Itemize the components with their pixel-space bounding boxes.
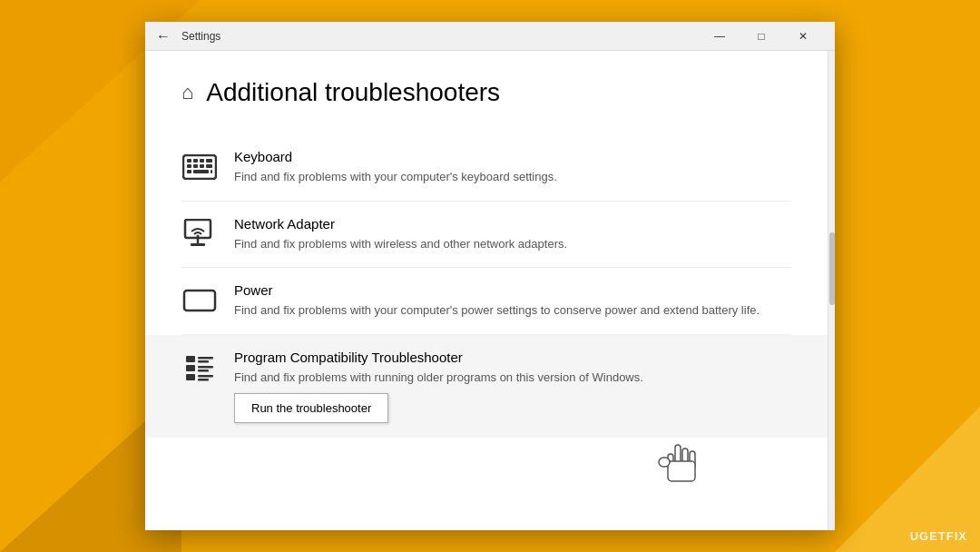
svg-rect-3 [200, 159, 204, 163]
troubleshooter-item-power[interactable]: Power Find and fix problems with your co… [181, 268, 791, 335]
svg-rect-24 [198, 375, 213, 378]
window-title: Settings [181, 30, 699, 43]
svg-rect-11 [211, 170, 212, 173]
page-header: ⌂ Additional troubleshooters [181, 78, 791, 107]
compatibility-item-desc: Find and fix problems with running older… [234, 369, 791, 387]
svg-rect-1 [187, 159, 191, 163]
page-title: Additional troubleshooters [206, 78, 500, 107]
svg-rect-21 [198, 366, 213, 369]
svg-rect-8 [206, 164, 212, 168]
compatibility-item-name: Program Compatibility Troubleshooter [234, 350, 791, 365]
network-item-text: Network Adapter Find and fix problems wi… [234, 216, 791, 253]
svg-rect-16 [184, 291, 215, 310]
minimize-button[interactable]: — [699, 22, 740, 51]
keyboard-item-text: Keyboard Find and fix problems with your… [234, 149, 791, 186]
compatibility-icon [181, 350, 218, 386]
network-item-name: Network Adapter [234, 216, 791, 232]
svg-rect-5 [187, 164, 191, 168]
svg-rect-7 [200, 164, 204, 168]
svg-rect-25 [198, 379, 209, 381]
network-item-desc: Find and fix problems with wireless and … [234, 235, 791, 253]
svg-rect-2 [193, 159, 198, 163]
svg-rect-6 [193, 164, 198, 168]
troubleshooter-item-network[interactable]: Network Adapter Find and fix problems wi… [181, 202, 791, 269]
svg-rect-22 [198, 370, 209, 372]
compatibility-item-text: Program Compatibility Troubleshooter Fin… [234, 350, 791, 424]
svg-rect-20 [186, 365, 195, 371]
keyboard-icon [181, 149, 218, 185]
svg-rect-9 [187, 170, 191, 173]
svg-rect-17 [186, 356, 195, 362]
back-button[interactable]: ← [156, 29, 171, 44]
home-icon: ⌂ [181, 81, 193, 104]
watermark: UGETFIX [910, 529, 967, 543]
settings-window: ← Settings — □ ✕ ⌂ Additional troublesho… [145, 22, 835, 530]
power-item-desc: Find and fix problems with your computer… [234, 301, 791, 320]
run-troubleshooter-button[interactable]: Run the troubleshooter [234, 393, 388, 423]
keyboard-item-name: Keyboard [234, 149, 791, 164]
svg-rect-4 [206, 159, 212, 163]
troubleshooter-item-compatibility[interactable]: Program Compatibility Troubleshooter Fin… [145, 335, 828, 439]
scrollbar-thumb[interactable] [829, 232, 835, 305]
window-controls: — □ ✕ [699, 22, 824, 51]
troubleshooter-item-keyboard[interactable]: Keyboard Find and fix problems with your… [181, 134, 791, 202]
svg-rect-14 [191, 243, 205, 246]
power-item-text: Power Find and fix problems with your co… [234, 282, 791, 320]
svg-rect-23 [186, 374, 195, 380]
titlebar: ← Settings — □ ✕ [145, 22, 835, 51]
power-item-name: Power [234, 282, 791, 298]
content-area: ⌂ Additional troubleshooters [145, 51, 835, 530]
svg-rect-19 [198, 360, 209, 363]
svg-rect-18 [198, 357, 213, 360]
maximize-button[interactable]: □ [740, 22, 782, 51]
run-button-container: Run the troubleshooter [234, 393, 791, 423]
keyboard-item-desc: Find and fix problems with your computer… [234, 168, 791, 186]
power-icon [181, 282, 218, 319]
svg-rect-10 [193, 170, 209, 173]
network-icon [181, 216, 218, 252]
close-button[interactable]: ✕ [782, 22, 824, 51]
svg-point-15 [197, 234, 200, 237]
main-content: ⌂ Additional troubleshooters [145, 51, 828, 530]
scrollbar-track[interactable] [828, 51, 835, 530]
